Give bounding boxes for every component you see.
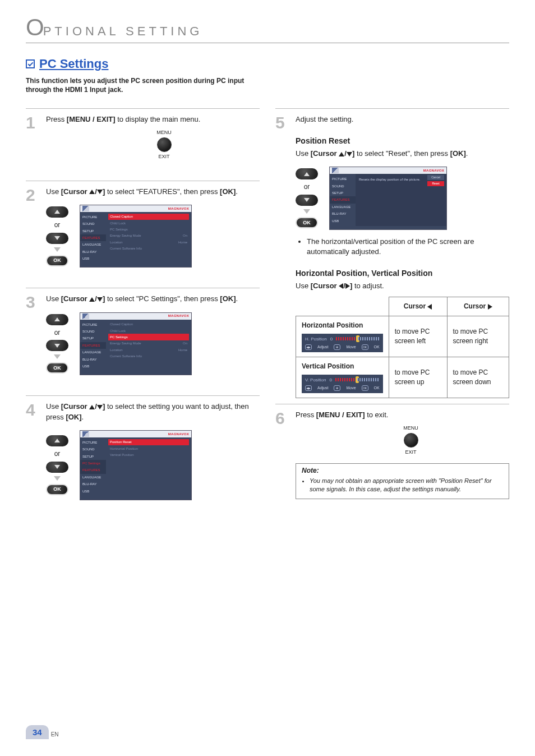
osd-sidebar: PICTURE SOUND SETUP FEATURES LANGUAGE BL… xyxy=(80,320,106,372)
osd-sidebar-item: BLU-RAY xyxy=(80,481,106,487)
s2-pre: Use xyxy=(46,187,61,196)
osd-sidebar: PICTURE SOUND SETUP PC Settings FEATURES… xyxy=(80,437,106,496)
pad-down-icon xyxy=(296,195,318,206)
cursor-pad-graphic: or OK xyxy=(46,314,68,374)
step-6: 6 Press [MENU / EXIT] to exit. MENU EXIT… xyxy=(275,404,509,499)
menu-label: MENU xyxy=(403,425,418,432)
triangle-left-icon xyxy=(427,304,432,310)
down-arrow-icon xyxy=(54,247,61,252)
s3-ok: [OK] xyxy=(220,294,236,303)
osd-sidebar: PICTURE SOUND SETUP FEATURES LANGUAGE BL… xyxy=(80,212,106,264)
osd-sidebar-item: PICTURE xyxy=(80,214,106,220)
lr-icon: ◀▶ xyxy=(305,385,312,391)
triangle-down-icon xyxy=(97,405,103,409)
osd-main-list: Closed Caption Child Lock PC Settings En… xyxy=(106,320,191,372)
osd-item: Vertical Position xyxy=(108,452,189,458)
osd-item-selected: Closed Caption xyxy=(108,214,189,220)
osd-sidebar-item: SOUND xyxy=(80,220,106,227)
triangle-up-icon xyxy=(89,297,95,302)
osd-sidebar-item: SOUND xyxy=(330,183,356,190)
step-2: 2 Use [Cursor /] to select "FEATURES", t… xyxy=(26,181,260,268)
reset-bold: [Cursor xyxy=(311,149,339,158)
triangle-right-icon xyxy=(488,304,492,310)
table-row: Horizontal Position H. Position 0 ◀▶Adju… xyxy=(296,316,509,357)
osd-item-selected: PC Settings xyxy=(108,334,189,340)
exit-label: EXIT xyxy=(158,153,169,160)
osd-sidebar-item: BLU-RAY xyxy=(80,356,106,363)
osd-logo-icon xyxy=(82,431,89,437)
osd-item: Closed Caption xyxy=(108,321,189,328)
osd-sidebar-item-selected: FEATURES xyxy=(330,196,356,203)
osd-sidebar-item-selected: FEATURES xyxy=(80,234,106,241)
step-number: 2 xyxy=(26,187,39,268)
reset-post: to select "Reset", then press xyxy=(354,149,450,158)
page-number: 34 xyxy=(26,725,49,739)
osd-sidebar-item: SOUND xyxy=(80,328,106,335)
pad-up-icon xyxy=(46,206,68,218)
s2-end: . xyxy=(236,187,238,196)
down-arrow-icon xyxy=(303,209,310,214)
or-label: or xyxy=(304,182,310,192)
v-position-bar: V. Position 0 ◀▶Adjust ✥Move OKOK xyxy=(302,375,383,393)
h-position-bar: H. Position 0 ◀▶Adjust ✥Move OKOK xyxy=(302,334,383,352)
menu-exit-button-graphic: MENU EXIT xyxy=(68,129,260,160)
s3-pre: Use xyxy=(46,294,61,303)
pad-down-icon xyxy=(46,233,68,244)
osd-sidebar: PICTURE SOUND SETUP FEATURES LANGUAGE BL… xyxy=(330,174,356,226)
menu-label: MENU xyxy=(156,129,172,136)
down-arrow-icon xyxy=(54,354,61,359)
reset-end: . xyxy=(466,149,468,158)
triangle-down-icon xyxy=(97,190,103,194)
triangle-up-icon xyxy=(89,405,95,409)
osd-sidebar-item: LANGUAGE xyxy=(330,204,356,210)
osd-reset-button: Reset xyxy=(427,181,444,186)
left-column: 1 Press [MENU / EXIT] to display the mai… xyxy=(26,108,260,520)
hv-heading: Horizontal Position, Vertical Position xyxy=(296,268,509,279)
move-icon: ✥ xyxy=(334,344,340,350)
osd-sidebar-item-selected: FEATURES xyxy=(80,467,106,473)
or-label: or xyxy=(54,220,61,230)
osd-item-selected: Position Reset xyxy=(108,439,189,445)
s6-pre: Press xyxy=(296,411,316,419)
osd-item: Energy Saving ModeOn xyxy=(108,233,189,239)
cell-right: to move PC screen right xyxy=(447,316,509,357)
osd-brand: MAGNAVOX xyxy=(168,314,189,318)
s6-post: to exit. xyxy=(365,411,389,419)
osd-reset-panel: MAGNAVOX PICTURE SOUND SETUP FEATURES LA… xyxy=(329,167,447,230)
osd-logo-icon xyxy=(332,168,339,173)
page-footer: 34 EN xyxy=(26,725,59,739)
hv-post: to adjust. xyxy=(352,282,384,290)
osd-sidebar-item-selected: FEATURES xyxy=(80,342,106,349)
note-item: You may not obtain an appropriate screen… xyxy=(310,477,500,494)
s4-ok: [OK] xyxy=(66,413,81,421)
osd-item: PC Settings xyxy=(108,227,189,233)
down-arrow-icon xyxy=(54,476,61,481)
s2-ok: [OK] xyxy=(220,187,236,196)
ok-icon: OK xyxy=(362,385,368,391)
position-reset-heading: Position Reset xyxy=(296,136,509,147)
cell-left: to move PC screen up xyxy=(389,357,447,398)
ok-button-icon: OK xyxy=(46,362,68,374)
osd-sidebar-item: BLU-RAY xyxy=(330,210,356,217)
step-1: 1 Press [MENU / EXIT] to display the mai… xyxy=(26,108,260,160)
osd-sidebar-item: SETUP xyxy=(80,453,106,460)
pad-down-icon xyxy=(46,340,68,351)
section-title-row: PC Settings xyxy=(26,56,509,73)
osd-sidebar-item: USB xyxy=(80,255,106,262)
table-row: Vertical Position V. Position 0 ◀▶Adjust… xyxy=(296,357,509,398)
osd-features-menu: MAGNAVOX PICTURE SOUND SETUP FEATURES LA… xyxy=(80,205,192,268)
osd-sidebar-item: SETUP xyxy=(80,228,106,234)
osd-item: Current Software Info xyxy=(108,353,189,359)
cell-left: to move PC screen left xyxy=(389,316,447,357)
s4-end: . xyxy=(82,413,84,421)
osd-sidebar-item: LANGUAGE xyxy=(80,241,106,248)
cursor-pad-graphic: or OK xyxy=(46,435,68,495)
checkbox-icon xyxy=(26,59,35,68)
move-icon: ✥ xyxy=(334,385,340,391)
right-column: 5 Adjust the setting. Position Reset Use… xyxy=(275,108,509,520)
s2-bold: [Cursor xyxy=(61,187,90,196)
cursor-pad-graphic: or OK xyxy=(296,168,318,228)
exit-label: EXIT xyxy=(405,449,416,456)
triangle-up-icon xyxy=(339,152,344,156)
s3-bold: [Cursor xyxy=(61,294,90,303)
